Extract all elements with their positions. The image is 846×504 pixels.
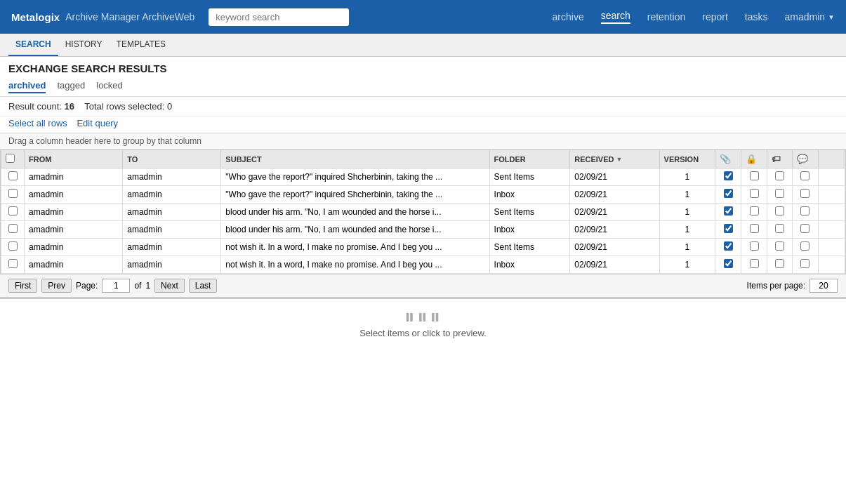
tab-tagged[interactable]: tagged: [57, 80, 85, 93]
prev-button[interactable]: Prev: [41, 279, 72, 293]
row-checkbox[interactable]: [8, 224, 18, 233]
app-name: Archive Manager ArchiveWeb: [65, 11, 194, 22]
nav-amadmin[interactable]: amadmin ▼: [785, 11, 835, 22]
row-checkbox[interactable]: [8, 259, 18, 268]
row-archived-check: [715, 186, 741, 204]
items-per-page-input[interactable]: [809, 279, 838, 293]
table-header-row: FROM TO SUBJECT FOLDER RECEIVED ▼ VERSIO…: [1, 150, 845, 168]
row-subject[interactable]: "Who gave the report?" inquired Shcherbi…: [221, 186, 489, 204]
nav-tasks[interactable]: tasks: [745, 11, 768, 22]
note-checkbox[interactable]: [800, 189, 809, 198]
row-subject[interactable]: blood under his arm. "No, I am wounded a…: [221, 221, 489, 239]
header-lock: 🔒: [741, 150, 767, 168]
select-all-checkbox[interactable]: [6, 154, 15, 163]
of-label: of: [134, 281, 141, 291]
next-button[interactable]: Next: [154, 279, 185, 293]
header-to[interactable]: TO: [123, 150, 221, 168]
nav-report[interactable]: report: [702, 11, 728, 22]
row-version: 1: [659, 221, 715, 239]
nav-search[interactable]: search: [601, 10, 630, 24]
page-input[interactable]: [102, 279, 130, 293]
lock-checkbox[interactable]: [750, 241, 759, 251]
sub-nav: SEARCH HISTORY TEMPLATES: [0, 34, 846, 57]
header-folder[interactable]: FOLDER: [489, 150, 570, 168]
row-checkbox[interactable]: [8, 206, 18, 215]
row-checkbox[interactable]: [8, 171, 18, 180]
row-subject[interactable]: blood under his arm. "No, I am wounded a…: [221, 204, 489, 221]
row-version: 1: [659, 239, 715, 256]
row-folder: Inbox: [489, 256, 570, 274]
tag-checkbox[interactable]: [775, 171, 784, 180]
row-checkbox[interactable]: [8, 189, 18, 198]
row-folder: Inbox: [489, 221, 570, 239]
row-folder: Inbox: [489, 186, 570, 204]
sub-nav-templates[interactable]: TEMPLATES: [110, 34, 173, 56]
row-version: 1: [659, 168, 715, 186]
tag-checkbox[interactable]: [775, 259, 784, 268]
archived-checkbox[interactable]: [724, 241, 733, 251]
row-extra: [818, 256, 845, 274]
archived-checkbox[interactable]: [724, 224, 733, 233]
header-subject[interactable]: SUBJECT: [221, 150, 489, 168]
sub-nav-history[interactable]: HISTORY: [58, 34, 110, 56]
tag-checkbox[interactable]: [775, 224, 784, 233]
header: Metalogix Archive Manager ArchiveWeb arc…: [0, 0, 846, 34]
select-all-link[interactable]: Select all rows: [8, 118, 67, 128]
row-subject[interactable]: not wish it. In a word, I make no promis…: [221, 256, 489, 274]
row-lock-check: [741, 239, 767, 256]
last-button[interactable]: Last: [189, 279, 218, 293]
row-subject[interactable]: "Who gave the report?" inquired Shcherbi…: [221, 168, 489, 186]
row-extra: [818, 168, 845, 186]
row-subject[interactable]: not wish it. In a word, I make no promis…: [221, 239, 489, 256]
note-checkbox[interactable]: [800, 241, 809, 251]
tag-checkbox[interactable]: [775, 241, 784, 251]
row-tag-check: [767, 221, 793, 239]
lock-checkbox[interactable]: [750, 259, 759, 268]
archived-checkbox[interactable]: [724, 171, 733, 180]
header-version[interactable]: VERSION: [659, 150, 715, 168]
lock-checkbox[interactable]: [750, 171, 759, 180]
preview-area: ▐▌▐▌▐▌ Select items or click to preview.: [0, 297, 846, 352]
row-from: amadmin: [25, 221, 123, 239]
nav-archive[interactable]: archive: [553, 11, 584, 22]
note-checkbox[interactable]: [800, 259, 809, 268]
archived-checkbox[interactable]: [724, 259, 733, 268]
note-icon: 💬: [797, 154, 808, 164]
note-checkbox[interactable]: [800, 224, 809, 233]
tag-checkbox[interactable]: [775, 206, 784, 215]
tab-archived[interactable]: archived: [8, 80, 46, 93]
tag-checkbox[interactable]: [775, 189, 784, 198]
results-table: FROM TO SUBJECT FOLDER RECEIVED ▼ VERSIO…: [1, 150, 845, 274]
note-checkbox[interactable]: [800, 171, 809, 180]
lock-checkbox[interactable]: [750, 224, 759, 233]
sort-icon: ▼: [616, 156, 622, 163]
row-note-check: [792, 204, 818, 221]
header-note: 💬: [792, 150, 818, 168]
resize-handle[interactable]: ▐▌▐▌▐▌: [14, 313, 832, 321]
lock-checkbox[interactable]: [750, 206, 759, 215]
row-tag-check: [767, 168, 793, 186]
tab-locked[interactable]: locked: [96, 80, 123, 93]
sub-nav-search[interactable]: SEARCH: [8, 34, 58, 56]
result-count-label: Result count:: [8, 101, 62, 112]
first-button[interactable]: First: [8, 279, 37, 293]
row-folder: Sent Items: [489, 239, 570, 256]
archived-checkbox[interactable]: [724, 189, 733, 198]
logo: Metalogix: [11, 11, 60, 23]
row-tag-check: [767, 186, 793, 204]
edit-query-link[interactable]: Edit query: [77, 118, 118, 128]
row-check: [1, 221, 25, 239]
row-tag-check: [767, 256, 793, 274]
table-row: amadmin amadmin not wish it. In a word, …: [1, 239, 845, 256]
row-archived-check: [715, 239, 741, 256]
row-checkbox[interactable]: [8, 241, 18, 251]
note-checkbox[interactable]: [800, 206, 809, 215]
lock-checkbox[interactable]: [750, 189, 759, 198]
header-from[interactable]: FROM: [25, 150, 123, 168]
nav-retention[interactable]: retention: [647, 11, 685, 22]
header-received[interactable]: RECEIVED ▼: [570, 150, 659, 168]
header-tag: 🏷: [767, 150, 793, 168]
search-input[interactable]: [209, 8, 349, 26]
row-check: [1, 168, 25, 186]
archived-checkbox[interactable]: [724, 206, 733, 215]
